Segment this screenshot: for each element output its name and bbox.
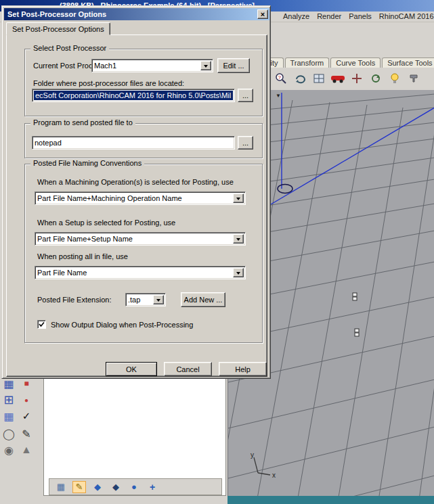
screen: (3898 KB) - Rhinoceros Example (64-bit) … — [0, 0, 434, 504]
grid-snap-icon[interactable]: ⊞ — [1, 392, 16, 407]
all-naming-value: Part File Name — [37, 268, 243, 277]
folder-label: Folder where post-processor files are lo… — [33, 79, 184, 87]
car-icon[interactable] — [330, 71, 345, 86]
point-set-icon[interactable]: ● — [19, 392, 34, 407]
tools-icon[interactable]: ◆ — [91, 481, 104, 493]
machining-toolbar: ▦ ✎ ◆ ◆ ● + — [49, 478, 222, 495]
svg-text:?: ? — [278, 74, 282, 81]
post-process-icon[interactable]: ✎ — [72, 481, 86, 493]
close-icon[interactable]: × — [257, 9, 268, 19]
tab-curve-tools[interactable]: Curve Tools — [330, 58, 381, 68]
group-title: Program to send posted file to — [30, 118, 135, 127]
status-bar — [227, 496, 434, 504]
group-title: Select Post Processor — [30, 44, 109, 52]
tab-set-post-processor-options[interactable]: Set Post-Processor Options — [6, 22, 110, 35]
post-options-dialog: Set Post-Processor Options × Set Post-Pr… — [1, 5, 271, 379]
current-post-processor-combo[interactable]: Mach1 — [91, 59, 213, 72]
dialog-content: Select Post Processor Current Post Proce… — [6, 35, 267, 377]
setup-icon[interactable]: ◆ — [109, 481, 123, 493]
setup-naming-label: When a Setup is selected for Posting, us… — [37, 219, 175, 227]
edit-button[interactable]: Edit ... — [217, 58, 250, 73]
blocks-icon[interactable]: ▦ — [1, 409, 16, 423]
tab-surface-tools[interactable]: Surface Tools — [382, 58, 434, 68]
point-marker[interactable] — [355, 329, 359, 336]
rotate-icon[interactable] — [368, 71, 383, 86]
check-icon — [38, 321, 45, 328]
dialog-title: Set Post-Processor Options — [7, 10, 106, 18]
extension-label: Posted File Extension: — [37, 296, 111, 304]
check-icon[interactable]: ✓ — [19, 409, 34, 423]
viewport-title-dropdown[interactable]: ▼ — [276, 93, 281, 99]
chevron-down-icon[interactable] — [233, 193, 244, 203]
add-new-button[interactable]: Add New ... — [181, 292, 225, 307]
program-group: Program to send posted file to notepad .… — [24, 123, 263, 158]
menu-rhinocam[interactable]: RhinoCAM 2016 — [379, 12, 434, 22]
axis-y-label: y — [251, 451, 254, 459]
program-browse-button[interactable]: ... — [238, 136, 253, 150]
viewport-layout-icon[interactable] — [311, 71, 326, 86]
tab-transform[interactable]: Transform — [285, 58, 330, 68]
sphere-icon[interactable]: ◉ — [1, 442, 16, 457]
lightbulb-icon[interactable] — [387, 71, 402, 86]
folder-value: ecSoft Corporation\RhinoCAM 2016 for Rhi… — [34, 91, 233, 100]
machining-naming-combo[interactable]: Part File Name+Machining Operation Name — [35, 191, 246, 205]
help-button[interactable]: Help — [219, 362, 267, 376]
rotate-view-icon[interactable] — [292, 71, 307, 86]
machining-naming-label: When a Machining Operation(s) is selecte… — [37, 178, 234, 186]
axis-x-label: x — [272, 472, 276, 479]
move-icon[interactable] — [349, 71, 364, 86]
simulate-icon[interactable]: ● — [127, 481, 141, 493]
menu-panels[interactable]: Panels — [349, 12, 372, 22]
group-title: Posted File Naming Conventions — [30, 159, 144, 167]
ribbon-tab-row: Visibility Transform Curve Tools Surface… — [246, 58, 434, 68]
show-output-label: Show Output Dialog when Post-Processing — [51, 321, 193, 329]
cylinder-icon[interactable]: ◯ — [1, 426, 16, 441]
program-input[interactable]: notepad — [32, 136, 235, 150]
current-post-processor-value: Mach1 — [94, 61, 211, 70]
all-naming-label: When posting all in file, use — [37, 252, 128, 260]
machining-naming-value: Part File Name+Machining Operation Name — [37, 193, 243, 203]
folder-browse-button[interactable]: ... — [238, 89, 253, 102]
setup-naming-value: Part File Name+Setup Name — [37, 234, 243, 244]
cancel-button[interactable]: Cancel — [164, 362, 212, 376]
menu-analyze[interactable]: Analyze — [283, 12, 309, 22]
select-post-processor-group: Select Post Processor Current Post Proce… — [24, 49, 263, 116]
naming-conventions-group: Posted File Naming Conventions When a Ma… — [24, 164, 263, 343]
ok-button[interactable]: OK — [106, 362, 157, 376]
show-output-checkbox[interactable] — [37, 320, 46, 329]
program-value: notepad — [35, 138, 232, 147]
stock-icon[interactable]: ▦ — [54, 481, 68, 493]
ellipse-curve[interactable] — [278, 185, 292, 193]
chevron-down-icon[interactable] — [233, 268, 244, 277]
menu-render[interactable]: Render — [317, 12, 341, 22]
dialog-titlebar[interactable]: Set Post-Processor Options × — [4, 8, 269, 20]
zoom-question-icon[interactable]: ? — [274, 71, 288, 86]
setup-naming-combo[interactable]: Part File Name+Setup Name — [35, 232, 246, 246]
clamp-icon[interactable] — [406, 71, 421, 86]
chevron-down-icon[interactable] — [153, 295, 164, 304]
ribbon-toolbar: ? — [274, 70, 421, 87]
cone-icon[interactable]: ▲ — [19, 442, 34, 457]
all-naming-combo[interactable]: Part File Name — [35, 266, 246, 279]
folder-input[interactable]: ecSoft Corporation\RhinoCAM 2016 for Rhi… — [32, 89, 235, 102]
point-marker[interactable] — [353, 293, 357, 300]
chevron-down-icon[interactable] — [233, 234, 244, 244]
chevron-down-icon[interactable] — [200, 61, 211, 70]
pencil-icon[interactable]: ✎ — [19, 426, 34, 441]
extension-combo[interactable]: .tap — [125, 293, 166, 306]
options-icon[interactable]: + — [146, 481, 159, 493]
